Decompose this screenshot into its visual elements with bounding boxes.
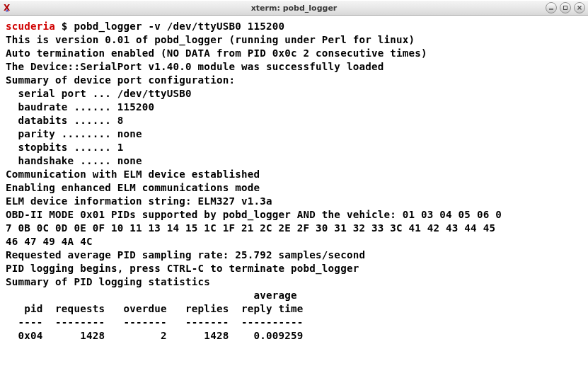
stats-header1: average <box>6 290 297 301</box>
stats-row: 0x04 1428 2 1428 0.009259 <box>6 330 304 341</box>
sampling-rate-line: Requested average PID sampling rate: 25.… <box>6 249 365 261</box>
config-summary-header: Summary of device port configuration: <box>6 74 235 86</box>
pids-line3: 46 47 49 4A 4C <box>6 236 93 247</box>
svg-text:x: x <box>6 8 8 13</box>
stats-summary-header: Summary of PID logging statistics <box>6 276 210 287</box>
pids-line2: 7 0B 0C 0D 0E 0F 10 11 13 14 15 1C 1F 21… <box>6 222 495 234</box>
maximize-button[interactable] <box>560 2 571 13</box>
config-databits: databits ...... 8 <box>6 115 123 126</box>
version-line: This is version 0.01 of pobd_logger (run… <box>6 34 415 45</box>
command-text: pobd_logger -v /dev/ttyUSB0 115200 <box>74 21 284 32</box>
stats-divider: ---- -------- ------- ------- ---------- <box>6 316 304 328</box>
config-stopbits: stopbits ...... 1 <box>6 142 123 153</box>
prompt-symbol: $ <box>62 21 68 32</box>
config-baudrate: baudrate ...... 115200 <box>6 101 154 113</box>
minimize-button[interactable] <box>546 2 557 13</box>
config-handshake: handshake ..... none <box>6 155 142 166</box>
window-title: xterm: pobd_logger <box>251 4 338 13</box>
config-parity: parity ........ none <box>6 128 142 139</box>
window-controls <box>546 2 585 13</box>
autoterm-line: Auto termination enabled (NO DATA from P… <box>6 47 427 59</box>
serialport-module-line: The Device::SerialPort v1.40.0 module wa… <box>6 61 384 72</box>
app-icon: X x <box>3 2 14 13</box>
close-button[interactable] <box>574 2 585 13</box>
logging-begins-line: PID logging begins, press CTRL-C to term… <box>6 263 359 274</box>
svg-rect-3 <box>564 6 567 10</box>
config-serialport: serial port ... /dev/ttyUSB0 <box>6 88 192 99</box>
pids-line1: OBD-II MODE 0x01 PIDs supported by pobd_… <box>6 209 502 220</box>
stats-header2: pid requests overdue replies reply time <box>6 303 304 314</box>
window-titlebar: X x xterm: pobd_logger <box>0 0 588 16</box>
elm-comm-line: Communication with ELM device establishe… <box>6 168 260 180</box>
elm-enhanced-line: Enabling enhanced ELM communications mod… <box>6 182 260 193</box>
elm-info-line: ELM device information string: ELM327 v1… <box>6 195 272 207</box>
terminal-output[interactable]: scuderia $ pobd_logger -v /dev/ttyUSB0 1… <box>0 16 588 366</box>
prompt-hostname: scuderia <box>6 21 55 32</box>
